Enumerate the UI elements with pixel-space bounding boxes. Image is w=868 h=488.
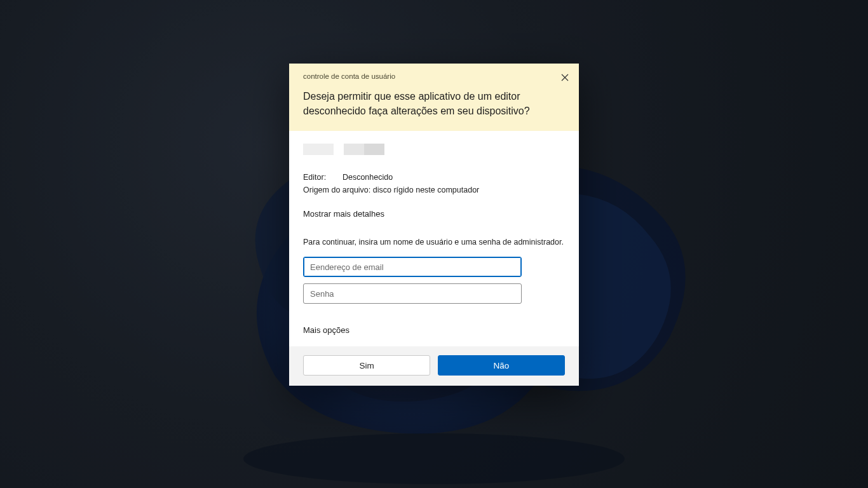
credential-instruction: Para continuar, insira um nome de usuári… — [303, 238, 565, 247]
yes-button[interactable]: Sim — [303, 355, 430, 376]
publisher-line: Editor: Desconhecido — [303, 172, 565, 184]
origin-value: disco rígido neste computador — [373, 186, 479, 194]
email-field[interactable] — [303, 257, 522, 277]
desktop-background: controle de conta de usuário Deseja perm… — [0, 0, 868, 488]
file-origin-line: Origem do arquivo: disco rígido neste co… — [303, 184, 565, 196]
password-field[interactable] — [303, 283, 522, 304]
uac-dialog: controle de conta de usuário Deseja perm… — [289, 64, 579, 386]
close-button[interactable] — [556, 69, 574, 86]
dialog-body: Editor: Desconhecido Origem do arquivo: … — [289, 131, 579, 346]
app-info-redacted — [303, 144, 565, 155]
redacted-block — [303, 144, 334, 155]
close-icon — [561, 74, 569, 81]
origin-label: Origem do arquivo: — [303, 186, 370, 194]
dialog-title: controle de conta de usuário — [303, 72, 565, 80]
publisher-value: Desconhecido — [342, 173, 393, 182]
more-options-link[interactable]: Mais opções — [303, 325, 349, 337]
no-button[interactable]: Não — [438, 355, 565, 376]
show-more-details-link[interactable]: Mostrar mais detalhes — [303, 209, 384, 219]
dialog-question: Deseja permitir que esse aplicativo de u… — [303, 89, 565, 118]
redacted-block — [344, 144, 384, 155]
dialog-footer: Sim Não — [289, 346, 579, 386]
publisher-label: Editor: — [303, 172, 334, 184]
dialog-header: controle de conta de usuário Deseja perm… — [289, 64, 579, 131]
